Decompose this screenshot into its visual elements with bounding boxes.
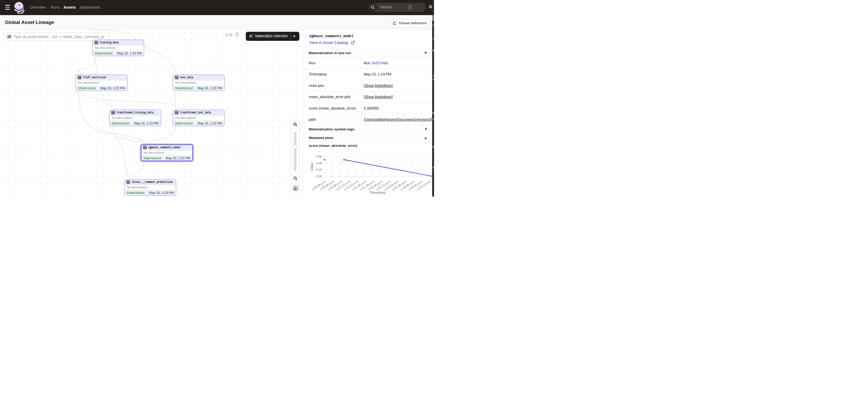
svg-text:Value: Value [310, 163, 314, 171]
svg-text:0.40: 0.40 [316, 162, 322, 165]
svg-text:0.35: 0.35 [316, 168, 322, 171]
svg-text:0.30: 0.30 [316, 175, 322, 178]
svg-text:Timestamp: Timestamp [369, 191, 385, 194]
svg-text:0.45: 0.45 [316, 155, 322, 158]
